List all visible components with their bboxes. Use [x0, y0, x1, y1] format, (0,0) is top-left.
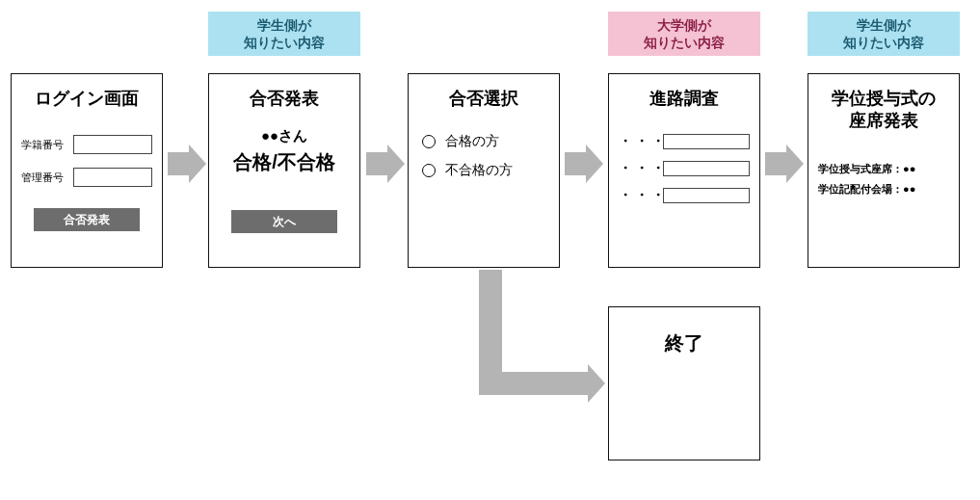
arrow-login-to-result — [168, 152, 189, 175]
screen-result: 合否発表 ●●さん 合格/不合格 次へ — [208, 73, 360, 268]
survey-row2-dots: ・・・ — [619, 160, 663, 177]
result-name: ●●さん — [219, 127, 350, 145]
login-field2-label: 管理番号 — [21, 171, 73, 185]
seat-title: 学位授与式の 座席発表 — [818, 88, 949, 133]
choice-opt2-label: 不合格の方 — [445, 162, 513, 179]
choice-title: 合否選択 — [418, 88, 549, 110]
result-title: 合否発表 — [219, 88, 350, 110]
survey-title: 進路調査 — [619, 88, 750, 110]
survey-row1-input[interactable] — [663, 134, 750, 149]
screen-survey: 進路調査 ・・・ ・・・ ・・・ — [608, 73, 760, 268]
screen-end: 終了 — [608, 306, 760, 461]
survey-row2-input[interactable] — [663, 161, 750, 176]
survey-row3-dots: ・・・ — [619, 187, 663, 204]
choice-radio-fail[interactable] — [422, 164, 436, 177]
arrow-result-to-choice — [366, 152, 387, 175]
login-field2-input[interactable] — [73, 168, 152, 187]
tag-student-1: 学生側が 知りたい内容 — [208, 12, 360, 56]
choice-opt1-label: 合格の方 — [445, 133, 499, 150]
arrow-choice-to-end-head — [479, 372, 588, 395]
login-field1-label: 学籍番号 — [21, 138, 73, 152]
survey-row3-input[interactable] — [663, 188, 750, 203]
seat-row1: 学位授与式座席：●● — [818, 162, 949, 176]
tag-university: 大学側が 知りたい内容 — [608, 12, 760, 56]
choice-radio-pass[interactable] — [422, 135, 436, 148]
result-next-button[interactable]: 次へ — [231, 210, 337, 233]
end-title: 終了 — [665, 330, 703, 356]
result-status: 合格/不合格 — [219, 149, 350, 175]
login-field1-input[interactable] — [73, 135, 152, 154]
screen-login: ログイン画面 学籍番号 管理番号 合否発表 — [11, 73, 163, 268]
survey-row1-dots: ・・・ — [619, 133, 663, 150]
arrow-survey-to-seat — [765, 152, 786, 175]
login-submit-button[interactable]: 合否発表 — [34, 208, 140, 231]
tag-student-2: 学生側が 知りたい内容 — [808, 12, 960, 56]
login-title: ログイン画面 — [21, 88, 152, 110]
screen-seat: 学位授与式の 座席発表 学位授与式座席：●● 学位記配付会場：●● — [808, 73, 960, 268]
arrow-choice-to-survey — [565, 152, 586, 175]
seat-row2: 学位記配付会場：●● — [818, 182, 949, 197]
screen-choice: 合否選択 合格の方 不合格の方 — [408, 73, 560, 268]
